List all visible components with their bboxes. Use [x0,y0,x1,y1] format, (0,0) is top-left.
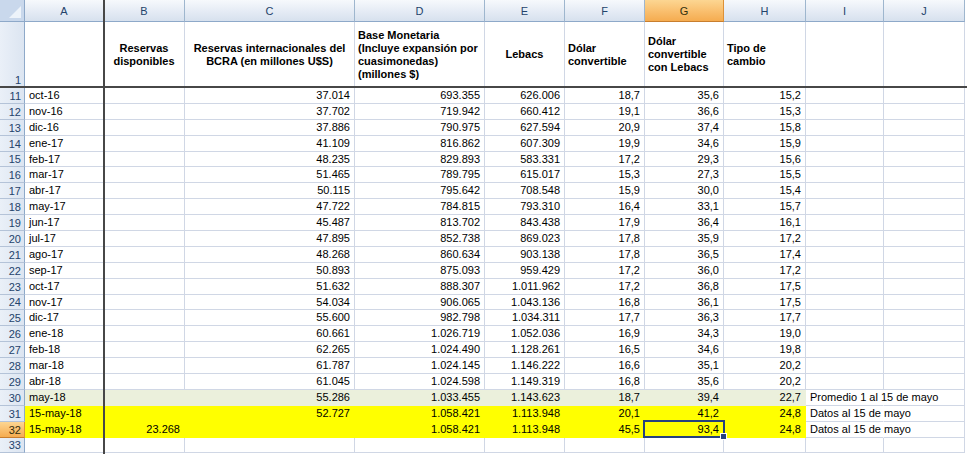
cell-B33[interactable] [104,438,185,454]
row-header-16[interactable]: 16 [0,167,25,183]
cell-B18[interactable] [104,199,185,215]
cell-G28[interactable]: 35,1 [645,358,724,374]
row-header-1[interactable]: 1 [0,22,25,88]
cell-B20[interactable] [104,231,185,247]
cell-B26[interactable] [104,326,185,342]
cell-H33[interactable] [724,438,806,454]
cell-B19[interactable] [104,215,185,231]
cell-B29[interactable] [104,374,185,390]
cell-F28[interactable]: 16,6 [565,358,645,374]
cell-E24[interactable]: 1.043.136 [485,295,565,311]
row-header-31[interactable]: 31 [0,406,25,422]
cell-I24[interactable] [806,295,884,311]
cell-D33[interactable] [355,438,485,454]
cell-G24[interactable]: 36,1 [645,295,724,311]
cell-C16[interactable]: 51.465 [185,167,355,183]
cell-C11[interactable]: 37.014 [185,88,355,104]
column-header-J[interactable]: J [884,0,965,22]
cell-J26[interactable] [884,326,965,342]
cell-D16[interactable]: 789.795 [355,167,485,183]
cell-D17[interactable]: 795.642 [355,183,485,199]
cell-B31[interactable] [104,406,185,422]
cell-F15[interactable]: 17,2 [565,152,645,168]
column-header-I[interactable]: I [806,0,884,22]
cell-G11[interactable]: 35,6 [645,88,724,104]
cell-F13[interactable]: 20,9 [565,120,645,136]
cell-E11[interactable]: 626.006 [485,88,565,104]
cell-D31[interactable]: 1.058.421 [355,406,485,422]
cell-I28[interactable] [806,358,884,374]
cell-G18[interactable]: 33,1 [645,199,724,215]
cell-B1[interactable]: Reservas disponibles [104,22,185,88]
cell-A13[interactable]: dic-16 [25,120,104,136]
cell-D15[interactable]: 829.893 [355,152,485,168]
cell-J20[interactable] [884,231,965,247]
cell-J29[interactable] [884,374,965,390]
cell-C23[interactable]: 51.632 [185,279,355,295]
row-header-28[interactable]: 28 [0,358,25,374]
cell-H32[interactable]: 24,8 [724,422,806,438]
cell-G25[interactable]: 36,3 [645,310,724,326]
cell-J16[interactable] [884,167,965,183]
cell-D14[interactable]: 816.862 [355,136,485,152]
cell-E32[interactable]: 1.113.948 [485,422,565,438]
cell-I1[interactable] [806,22,884,88]
cell-F29[interactable]: 16,8 [565,374,645,390]
cell-E27[interactable]: 1.128.261 [485,342,565,358]
cell-B14[interactable] [104,136,185,152]
cell-H16[interactable]: 15,5 [724,167,806,183]
cell-H23[interactable]: 17,5 [724,279,806,295]
cell-D29[interactable]: 1.024.598 [355,374,485,390]
cell-B25[interactable] [104,310,185,326]
cell-E20[interactable]: 869.023 [485,231,565,247]
row-header-17[interactable]: 17 [0,183,25,199]
cell-D24[interactable]: 906.065 [355,295,485,311]
cell-C33[interactable] [185,438,355,454]
cell-G12[interactable]: 36,6 [645,104,724,120]
cell-C22[interactable]: 50.893 [185,263,355,279]
row-header-26[interactable]: 26 [0,326,25,342]
cell-J27[interactable] [884,342,965,358]
row-header-20[interactable]: 20 [0,231,25,247]
cell-J13[interactable] [884,120,965,136]
cell-J21[interactable] [884,247,965,263]
cell-I29[interactable] [806,374,884,390]
cell-H28[interactable]: 20,2 [724,358,806,374]
cell-J23[interactable] [884,279,965,295]
cell-E1[interactable]: Lebacs [485,22,565,88]
cell-A18[interactable]: may-17 [25,199,104,215]
column-header-B[interactable]: B [104,0,185,22]
cell-G26[interactable]: 34,3 [645,326,724,342]
cell-C12[interactable]: 37.702 [185,104,355,120]
cell-J14[interactable] [884,136,965,152]
cell-H20[interactable]: 17,2 [724,231,806,247]
cell-F16[interactable]: 15,3 [565,167,645,183]
cell-I19[interactable] [806,215,884,231]
cell-C24[interactable]: 54.034 [185,295,355,311]
cell-I30[interactable]: Promedio 1 al 15 de mayo [806,390,884,406]
cell-E12[interactable]: 660.412 [485,104,565,120]
cell-B17[interactable] [104,183,185,199]
row-header-13[interactable]: 13 [0,120,25,136]
fill-handle[interactable] [720,433,727,440]
cell-F27[interactable]: 16,5 [565,342,645,358]
cell-J24[interactable] [884,295,965,311]
row-header-11[interactable]: 11 [0,88,25,104]
cell-B15[interactable] [104,152,185,168]
cell-C21[interactable]: 48.268 [185,247,355,263]
cell-G29[interactable]: 35,6 [645,374,724,390]
cell-A22[interactable]: sep-17 [25,263,104,279]
cell-F17[interactable]: 15,9 [565,183,645,199]
cell-B13[interactable] [104,120,185,136]
cell-D1[interactable]: Base Monetaria (Incluye expansión por cu… [355,22,485,88]
cell-C31[interactable]: 52.727 [185,406,355,422]
cell-E23[interactable]: 1.011.962 [485,279,565,295]
cell-D25[interactable]: 982.798 [355,310,485,326]
cell-H27[interactable]: 19,8 [724,342,806,358]
cell-C27[interactable]: 62.265 [185,342,355,358]
cell-D18[interactable]: 784.815 [355,199,485,215]
cell-H19[interactable]: 16,1 [724,215,806,231]
cell-A26[interactable]: ene-18 [25,326,104,342]
cell-I14[interactable] [806,136,884,152]
column-header-C[interactable]: C [185,0,355,22]
